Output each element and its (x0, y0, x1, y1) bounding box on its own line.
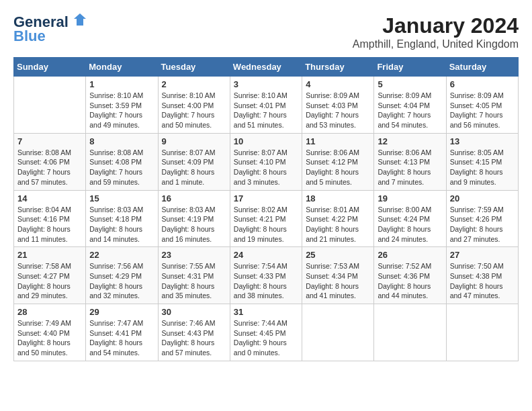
calendar-day-cell: 7Sunrise: 8:08 AMSunset: 4:06 PMDaylight… (14, 133, 86, 190)
calendar-day-cell: 3Sunrise: 8:10 AMSunset: 4:01 PMDaylight… (230, 77, 302, 134)
calendar-day-cell: 18Sunrise: 8:01 AMSunset: 4:22 PMDayligh… (302, 190, 374, 247)
days-of-week-row: SundayMondayTuesdayWednesdayThursdayFrid… (14, 58, 519, 77)
day-info: Sunrise: 8:08 AMSunset: 4:06 PMDaylight:… (17, 148, 82, 187)
day-number: 21 (17, 250, 82, 260)
day-number: 19 (378, 193, 442, 203)
calendar-day-cell: 23Sunrise: 7:55 AMSunset: 4:31 PMDayligh… (158, 247, 230, 304)
day-number: 31 (234, 307, 298, 317)
calendar-day-cell: 15Sunrise: 8:03 AMSunset: 4:18 PMDayligh… (86, 190, 158, 247)
day-of-week-header: Sunday (14, 58, 86, 77)
calendar-day-cell: 13Sunrise: 8:05 AMSunset: 4:15 PMDayligh… (446, 133, 518, 190)
day-info: Sunrise: 8:04 AMSunset: 4:16 PMDaylight:… (17, 205, 82, 244)
calendar-day-cell: 10Sunrise: 8:07 AMSunset: 4:10 PMDayligh… (230, 133, 302, 190)
day-number: 28 (17, 307, 82, 317)
day-info: Sunrise: 8:02 AMSunset: 4:21 PMDaylight:… (234, 205, 298, 244)
calendar-day-cell: 26Sunrise: 7:52 AMSunset: 4:36 PMDayligh… (374, 247, 446, 304)
logo-icon (74, 12, 86, 27)
day-of-week-header: Tuesday (158, 58, 230, 77)
calendar-day-cell: 24Sunrise: 7:54 AMSunset: 4:33 PMDayligh… (230, 247, 302, 304)
calendar-body: 1Sunrise: 8:10 AMSunset: 3:59 PMDaylight… (14, 77, 519, 361)
day-info: Sunrise: 8:00 AMSunset: 4:24 PMDaylight:… (378, 205, 442, 244)
day-info: Sunrise: 7:49 AMSunset: 4:40 PMDaylight:… (17, 318, 82, 358)
day-info: Sunrise: 8:07 AMSunset: 4:10 PMDaylight:… (234, 148, 298, 187)
svg-marker-0 (74, 13, 86, 26)
calendar-week-row: 28Sunrise: 7:49 AMSunset: 4:40 PMDayligh… (14, 304, 519, 361)
calendar-day-cell: 28Sunrise: 7:49 AMSunset: 4:40 PMDayligh… (14, 304, 86, 361)
day-number: 11 (306, 136, 370, 146)
day-info: Sunrise: 8:10 AMSunset: 4:00 PMDaylight:… (162, 91, 226, 130)
day-number: 1 (89, 79, 154, 89)
day-number: 8 (89, 136, 154, 146)
day-info: Sunrise: 8:05 AMSunset: 4:15 PMDaylight:… (450, 148, 515, 187)
calendar-table: SundayMondayTuesdayWednesdayThursdayFrid… (13, 57, 519, 361)
calendar-week-row: 21Sunrise: 7:58 AMSunset: 4:27 PMDayligh… (14, 247, 519, 304)
day-number: 29 (89, 307, 154, 317)
calendar-day-cell: 2Sunrise: 8:10 AMSunset: 4:00 PMDaylight… (158, 77, 230, 134)
day-info: Sunrise: 7:59 AMSunset: 4:26 PMDaylight:… (450, 205, 515, 244)
day-info: Sunrise: 7:56 AMSunset: 4:29 PMDaylight:… (89, 261, 154, 301)
calendar-day-cell: 16Sunrise: 8:03 AMSunset: 4:19 PMDayligh… (158, 190, 230, 247)
calendar-week-row: 1Sunrise: 8:10 AMSunset: 3:59 PMDaylight… (14, 77, 519, 134)
day-number: 10 (234, 136, 298, 146)
location: Ampthill, England, United Kingdom (353, 38, 519, 50)
day-number: 14 (17, 193, 82, 203)
day-info: Sunrise: 8:03 AMSunset: 4:19 PMDaylight:… (162, 205, 226, 244)
day-number: 20 (450, 193, 515, 203)
day-info: Sunrise: 8:06 AMSunset: 4:13 PMDaylight:… (378, 148, 442, 187)
month-title: January 2024 (353, 13, 519, 38)
logo: General Blue (13, 13, 86, 45)
calendar-day-cell: 22Sunrise: 7:56 AMSunset: 4:29 PMDayligh… (86, 247, 158, 304)
day-info: Sunrise: 7:54 AMSunset: 4:33 PMDaylight:… (234, 261, 298, 301)
day-info: Sunrise: 8:09 AMSunset: 4:04 PMDaylight:… (378, 91, 442, 130)
calendar-day-cell (14, 77, 86, 134)
calendar-day-cell: 6Sunrise: 8:09 AMSunset: 4:05 PMDaylight… (446, 77, 518, 134)
day-number: 18 (306, 193, 370, 203)
day-of-week-header: Monday (86, 58, 158, 77)
day-number: 9 (162, 136, 226, 146)
calendar-day-cell: 1Sunrise: 8:10 AMSunset: 3:59 PMDaylight… (86, 77, 158, 134)
calendar-day-cell: 31Sunrise: 7:44 AMSunset: 4:45 PMDayligh… (230, 304, 302, 361)
day-of-week-header: Wednesday (230, 58, 302, 77)
calendar-day-cell: 20Sunrise: 7:59 AMSunset: 4:26 PMDayligh… (446, 190, 518, 247)
calendar-day-cell (446, 304, 518, 361)
calendar-day-cell: 5Sunrise: 8:09 AMSunset: 4:04 PMDaylight… (374, 77, 446, 134)
calendar-day-cell: 30Sunrise: 7:46 AMSunset: 4:43 PMDayligh… (158, 304, 230, 361)
day-number: 6 (450, 79, 515, 89)
title-block: January 2024 Ampthill, England, United K… (353, 13, 519, 50)
calendar-day-cell: 11Sunrise: 8:06 AMSunset: 4:12 PMDayligh… (302, 133, 374, 190)
day-number: 4 (306, 79, 370, 89)
calendar-week-row: 7Sunrise: 8:08 AMSunset: 4:06 PMDaylight… (14, 133, 519, 190)
calendar-day-cell: 19Sunrise: 8:00 AMSunset: 4:24 PMDayligh… (374, 190, 446, 247)
day-info: Sunrise: 7:58 AMSunset: 4:27 PMDaylight:… (17, 261, 82, 301)
day-info: Sunrise: 8:01 AMSunset: 4:22 PMDaylight:… (306, 205, 370, 244)
day-number: 15 (89, 193, 154, 203)
page-header: General Blue January 2024 Ampthill, Engl… (13, 13, 519, 50)
day-number: 7 (17, 136, 82, 146)
day-info: Sunrise: 7:55 AMSunset: 4:31 PMDaylight:… (162, 261, 226, 301)
day-number: 13 (450, 136, 515, 146)
day-info: Sunrise: 7:47 AMSunset: 4:41 PMDaylight:… (89, 318, 154, 358)
calendar-day-cell (302, 304, 374, 361)
calendar-day-cell: 27Sunrise: 7:50 AMSunset: 4:38 PMDayligh… (446, 247, 518, 304)
day-info: Sunrise: 7:52 AMSunset: 4:36 PMDaylight:… (378, 261, 442, 301)
calendar-day-cell: 4Sunrise: 8:09 AMSunset: 4:03 PMDaylight… (302, 77, 374, 134)
day-number: 25 (306, 250, 370, 260)
day-number: 17 (234, 193, 298, 203)
day-info: Sunrise: 8:08 AMSunset: 4:08 PMDaylight:… (89, 148, 154, 187)
calendar-day-cell: 17Sunrise: 8:02 AMSunset: 4:21 PMDayligh… (230, 190, 302, 247)
day-number: 26 (378, 250, 442, 260)
calendar-day-cell: 8Sunrise: 8:08 AMSunset: 4:08 PMDaylight… (86, 133, 158, 190)
day-number: 27 (450, 250, 515, 260)
day-info: Sunrise: 8:06 AMSunset: 4:12 PMDaylight:… (306, 148, 370, 187)
day-info: Sunrise: 7:50 AMSunset: 4:38 PMDaylight:… (450, 261, 515, 301)
day-number: 2 (162, 79, 226, 89)
day-number: 16 (162, 193, 226, 203)
day-number: 24 (234, 250, 298, 260)
day-info: Sunrise: 8:10 AMSunset: 3:59 PMDaylight:… (89, 91, 154, 130)
calendar-day-cell (374, 304, 446, 361)
day-info: Sunrise: 7:46 AMSunset: 4:43 PMDaylight:… (162, 318, 226, 358)
day-of-week-header: Friday (374, 58, 446, 77)
day-number: 22 (89, 250, 154, 260)
day-info: Sunrise: 8:09 AMSunset: 4:05 PMDaylight:… (450, 91, 515, 130)
day-info: Sunrise: 8:09 AMSunset: 4:03 PMDaylight:… (306, 91, 370, 130)
